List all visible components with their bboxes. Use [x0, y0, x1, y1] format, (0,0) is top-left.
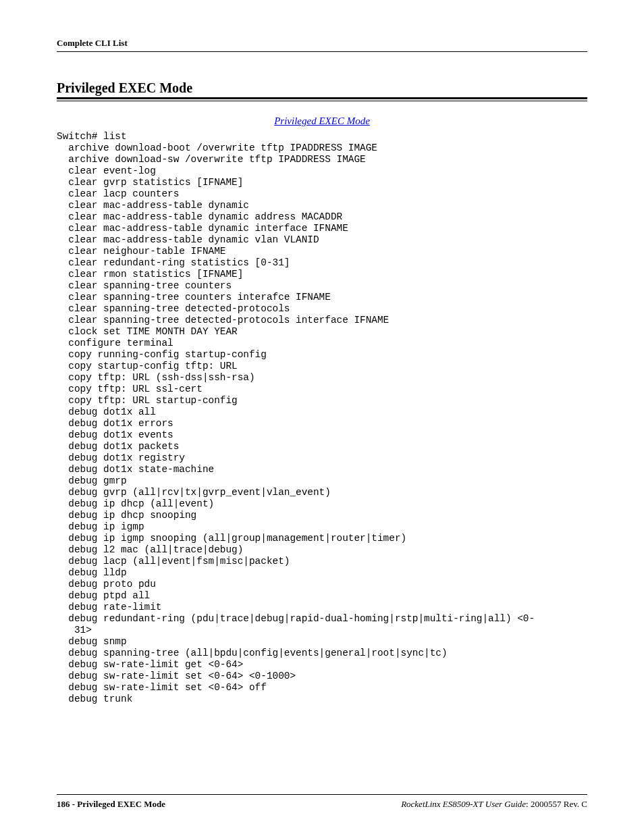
page-footer: 186 - Privileged EXEC Mode RocketLinx ES… — [57, 794, 587, 810]
footer-right: RocketLinx ES8509-XT User Guide: 2000557… — [401, 799, 587, 810]
section-title: Privileged EXEC Mode — [57, 80, 587, 96]
privileged-exec-mode-link[interactable]: Privileged EXEC Mode — [274, 115, 370, 126]
cli-listing: Switch# list archive download-boot /over… — [57, 131, 587, 705]
section-rule — [57, 97, 587, 101]
running-header: Complete CLI List — [57, 38, 587, 52]
footer-left: 186 - Privileged EXEC Mode — [57, 799, 165, 810]
